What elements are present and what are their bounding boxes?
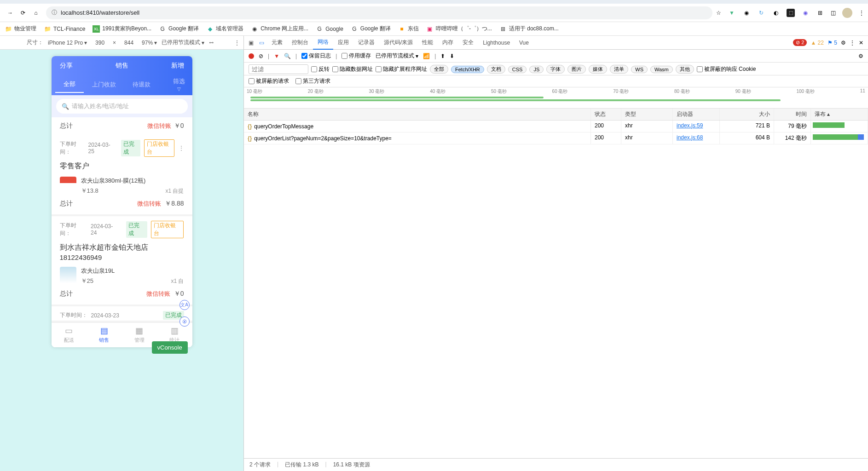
inspect-icon[interactable]: ▣ xyxy=(246,40,256,46)
tab-performance[interactable]: 性能 xyxy=(417,36,438,49)
search-icon[interactable]: 🔍 xyxy=(284,53,291,59)
site-info-icon[interactable]: ⓘ xyxy=(52,9,57,17)
col-waterfall[interactable]: 瀑布 ▴ xyxy=(811,109,868,120)
bookmark-star-icon[interactable]: ☆ xyxy=(716,10,721,16)
reload-button[interactable]: ⟳ xyxy=(17,6,29,19)
bookmark-item[interactable]: XL1991黄家驹Beyon... xyxy=(93,25,151,33)
throttle-select[interactable]: 已停用节流模式▾ xyxy=(162,39,204,46)
filter-toggle-icon[interactable]: ▼ xyxy=(274,53,279,59)
col-initiator[interactable]: 启动器 xyxy=(673,109,720,120)
ai-float-icon[interactable]: ⦿ xyxy=(179,316,190,327)
more-icon[interactable]: ⋮ xyxy=(234,40,240,46)
tab-recorder[interactable]: 记录器 xyxy=(353,36,379,49)
request-row[interactable]: {}queryOrderList?pageNum=2&pageSize=10&t… xyxy=(244,132,868,144)
nav-sales[interactable]: ▤销售 xyxy=(87,323,122,347)
device-width[interactable]: 390 xyxy=(92,40,108,46)
wifi-icon[interactable]: 📶 xyxy=(423,53,430,59)
device-select[interactable]: iPhone 12 Pro▾ xyxy=(48,40,87,46)
extension-icon-2[interactable]: ↻ xyxy=(757,9,765,17)
bookmark-item[interactable]: ◆域名管理器 xyxy=(206,25,243,33)
tab-sources[interactable]: 源代码/来源 xyxy=(379,36,417,49)
profile-avatar[interactable] xyxy=(842,8,852,18)
vue-devtools-icon[interactable]: ▼ xyxy=(728,9,736,17)
bookmark-item[interactable]: 📁TCL-Finance xyxy=(44,25,85,33)
close-icon[interactable]: ✕ xyxy=(859,40,863,46)
col-type[interactable]: 类型 xyxy=(621,109,673,120)
initiator-link[interactable]: index.js:68 xyxy=(673,132,720,144)
tab-lighthouse[interactable]: Lighthouse xyxy=(478,37,515,49)
tab-console[interactable]: 控制台 xyxy=(287,36,313,49)
bookmark-item[interactable]: ◉Chrome 网上应用... xyxy=(251,25,308,33)
record-button[interactable] xyxy=(249,53,254,59)
tab-door[interactable]: 上门收款 xyxy=(84,77,124,92)
info-badge[interactable]: ⚑ 5 xyxy=(827,40,837,46)
disable-cache-checkbox[interactable]: 停用缓存 xyxy=(341,52,371,60)
rotate-icon[interactable]: ⤢ xyxy=(208,39,215,46)
blocked-cookie-checkbox[interactable]: 被屏蔽的响应 Cookie xyxy=(697,65,756,73)
col-status[interactable]: 状态 xyxy=(591,109,621,120)
more-icon[interactable]: ⋮ xyxy=(850,40,855,46)
initiator-link[interactable]: index.js:59 xyxy=(673,121,720,132)
filter-pill-img[interactable]: 图片 xyxy=(567,65,586,74)
extension-icon-4[interactable]: ⬚ xyxy=(787,9,795,17)
filter-pill-other[interactable]: 其他 xyxy=(676,65,694,74)
filter-button[interactable]: 筛选 ▽ xyxy=(169,75,189,93)
zoom-select[interactable]: 97%▾ xyxy=(142,40,157,46)
bookmark-item[interactable]: GGoogle 翻译 xyxy=(159,25,199,33)
filter-pill-media[interactable]: 媒体 xyxy=(589,65,607,74)
search-input[interactable]: 🔍 请输入姓名/电话/地址 xyxy=(56,99,188,114)
filter-pill-xhr[interactable]: Fetch/XHR xyxy=(451,66,484,73)
settings-icon[interactable]: ⚙ xyxy=(841,40,846,46)
filter-pill-manifest[interactable]: 清单 xyxy=(610,65,628,74)
tab-application[interactable]: 应用 xyxy=(333,36,353,49)
extension-icon-5[interactable]: ◉ xyxy=(801,9,810,17)
error-badge[interactable]: ⊘ 2 xyxy=(793,39,807,46)
chrome-menu-icon[interactable]: ⋮ xyxy=(859,10,864,16)
order-card[interactable]: 下单时间： 2024-03-25 已完成 门店收银台 ⋮ 零售客户 农夫山泉38… xyxy=(52,135,192,216)
clear-button[interactable]: ⊘ xyxy=(259,53,263,59)
vconsole-button[interactable]: vConsole xyxy=(152,341,188,354)
network-settings-icon[interactable]: ⚙ xyxy=(858,53,863,59)
filter-pill-doc[interactable]: 文档 xyxy=(487,65,505,74)
hide-ext-checkbox[interactable]: 隐藏扩展程序网址 xyxy=(376,65,427,73)
col-size[interactable]: 大小 xyxy=(720,109,774,120)
tab-vue[interactable]: Vue xyxy=(515,37,533,49)
order-card[interactable]: 下单时间： 2024-03-24 已完成 门店收银台 到水吉祥水超市金铂天地店 … xyxy=(52,216,192,306)
more-icon[interactable]: ⋮ xyxy=(179,145,184,151)
hide-data-checkbox[interactable]: 隐藏数据网址 xyxy=(332,65,373,73)
nav-delivery[interactable]: ▭配送 xyxy=(52,323,87,347)
bookmark-item[interactable]: ⊞适用于 doc88.com... xyxy=(499,25,559,33)
filter-pill-all[interactable]: 全部 xyxy=(430,65,448,74)
filter-pill-ws[interactable]: WS xyxy=(631,66,648,73)
device-height[interactable]: 844 xyxy=(121,40,137,46)
filter-pill-css[interactable]: CSS xyxy=(508,66,527,73)
tab-refund[interactable]: 待退款 xyxy=(124,77,159,92)
add-button[interactable]: 新增 xyxy=(171,62,184,70)
extension-icon-1[interactable]: ◉ xyxy=(742,9,751,17)
preserve-log-checkbox[interactable]: 保留日志 xyxy=(301,52,331,60)
side-panel-icon[interactable]: ◫ xyxy=(831,10,836,16)
download-icon[interactable]: ⬇ xyxy=(450,53,454,59)
bookmark-item[interactable]: 📁物业管理 xyxy=(5,25,36,33)
extensions-menu-icon[interactable]: ⊞ xyxy=(816,9,824,17)
share-button[interactable]: 分享 xyxy=(60,62,73,70)
device-toggle-icon[interactable]: ▭ xyxy=(256,40,267,46)
network-timeline[interactable]: 10 毫秒 20 毫秒 30 毫秒 40 毫秒 50 毫秒 60 毫秒 70 毫… xyxy=(244,87,868,109)
bookmark-item[interactable]: ▣哔哩哔哩（゜-゜）つ... xyxy=(426,25,492,33)
tab-network[interactable]: 网络 xyxy=(313,35,333,50)
order-card[interactable]: 下单时间： 2024-03-23 已完成 xyxy=(52,306,192,322)
bookmark-item[interactable]: GGoogle xyxy=(316,25,343,33)
throttle-dropdown[interactable]: 已停用节流模式 ▾ xyxy=(376,52,418,60)
third-party-checkbox[interactable]: 第三方请求 xyxy=(295,77,330,85)
request-row[interactable]: {}queryOrderTopMessage 200 xhr index.js:… xyxy=(244,121,868,132)
back-button[interactable]: → xyxy=(4,6,17,19)
invert-checkbox[interactable]: 反转 xyxy=(311,65,330,73)
upload-icon[interactable]: ⬆ xyxy=(440,53,445,59)
filter-input[interactable] xyxy=(249,64,308,74)
url-bar[interactable]: ⓘ localhost:8410/waterstore/sell xyxy=(46,6,712,19)
filter-pill-wasm[interactable]: Wasm xyxy=(650,66,673,73)
blocked-requests-checkbox[interactable]: 被屏蔽的请求 xyxy=(249,77,289,85)
home-button[interactable]: ⌂ xyxy=(29,6,42,19)
warning-badge[interactable]: ▲ 22 xyxy=(810,40,824,46)
tab-memory[interactable]: 内存 xyxy=(438,36,458,49)
